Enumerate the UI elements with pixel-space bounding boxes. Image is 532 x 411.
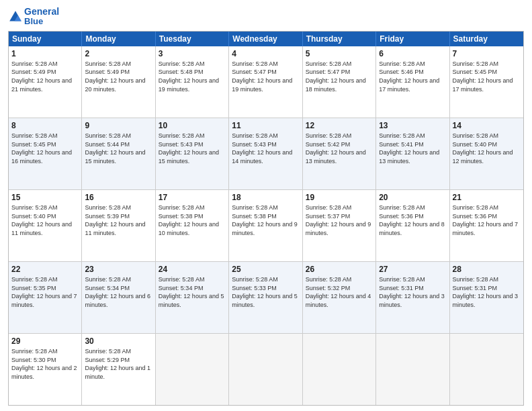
logo-text-block: General Blue [24,7,59,27]
day-info: Sunrise: 5:28 AM Sunset: 5:36 PM Dayligh… [453,203,521,237]
calendar-header-cell: Tuesday [156,32,229,46]
day-info: Sunrise: 5:28 AM Sunset: 5:48 PM Dayligh… [159,60,226,93]
day-number: 26 [306,264,373,275]
day-number: 1 [11,48,79,59]
calendar-cell: 24 Sunrise: 5:28 AM Sunset: 5:34 PM Dayl… [156,262,229,333]
calendar-cell [303,334,376,405]
day-info: Sunrise: 5:28 AM Sunset: 5:45 PM Dayligh… [453,60,521,93]
day-number: 7 [453,48,521,59]
day-info: Sunrise: 5:28 AM Sunset: 5:36 PM Dayligh… [379,203,446,237]
day-number: 21 [453,192,521,203]
day-info: Sunrise: 5:28 AM Sunset: 5:38 PM Dayligh… [159,203,226,237]
calendar-cell: 5 Sunrise: 5:28 AM Sunset: 5:47 PM Dayli… [303,46,376,118]
calendar-header-cell: Thursday [303,32,376,46]
day-number: 3 [159,48,226,59]
calendar-cell: 26 Sunrise: 5:28 AM Sunset: 5:32 PM Dayl… [303,262,376,333]
calendar-cell [156,334,229,405]
day-info: Sunrise: 5:28 AM Sunset: 5:47 PM Dayligh… [232,60,299,93]
calendar-cell: 17 Sunrise: 5:28 AM Sunset: 5:38 PM Dayl… [156,190,229,261]
calendar-cell: 19 Sunrise: 5:28 AM Sunset: 5:37 PM Dayl… [303,190,376,261]
day-number: 27 [379,264,446,275]
day-number: 29 [11,336,79,347]
day-info: Sunrise: 5:28 AM Sunset: 5:38 PM Dayligh… [232,203,299,237]
day-info: Sunrise: 5:28 AM Sunset: 5:40 PM Dayligh… [11,203,79,237]
day-number: 13 [379,120,446,131]
calendar-header-cell: Sunday [9,32,82,46]
day-info: Sunrise: 5:28 AM Sunset: 5:31 PM Dayligh… [453,275,521,309]
calendar-cell: 30 Sunrise: 5:28 AM Sunset: 5:29 PM Dayl… [82,334,155,405]
day-info: Sunrise: 5:28 AM Sunset: 5:29 PM Dayligh… [85,347,152,381]
day-number: 2 [85,48,152,59]
calendar-row: 29 Sunrise: 5:28 AM Sunset: 5:30 PM Dayl… [9,334,523,405]
calendar-body: 1 Sunrise: 5:28 AM Sunset: 5:49 PM Dayli… [9,46,523,405]
day-info: Sunrise: 5:28 AM Sunset: 5:43 PM Dayligh… [232,132,299,165]
calendar-cell: 29 Sunrise: 5:28 AM Sunset: 5:30 PM Dayl… [9,334,82,405]
calendar-cell: 13 Sunrise: 5:28 AM Sunset: 5:41 PM Dayl… [376,118,449,189]
calendar-cell: 27 Sunrise: 5:28 AM Sunset: 5:31 PM Dayl… [376,262,449,333]
day-number: 20 [379,192,446,203]
day-info: Sunrise: 5:28 AM Sunset: 5:44 PM Dayligh… [85,132,152,165]
calendar-cell: 4 Sunrise: 5:28 AM Sunset: 5:47 PM Dayli… [229,46,302,118]
day-number: 11 [232,120,299,131]
day-number: 12 [306,120,373,131]
calendar-header: SundayMondayTuesdayWednesdayThursdayFrid… [9,32,523,46]
calendar-cell: 18 Sunrise: 5:28 AM Sunset: 5:38 PM Dayl… [229,190,302,261]
calendar-cell: 21 Sunrise: 5:28 AM Sunset: 5:36 PM Dayl… [450,190,523,261]
calendar-cell: 28 Sunrise: 5:28 AM Sunset: 5:31 PM Dayl… [450,262,523,333]
calendar-cell: 8 Sunrise: 5:28 AM Sunset: 5:45 PM Dayli… [9,118,82,189]
calendar-cell: 23 Sunrise: 5:28 AM Sunset: 5:34 PM Dayl… [82,262,155,333]
day-number: 25 [232,264,299,275]
calendar-cell: 2 Sunrise: 5:28 AM Sunset: 5:49 PM Dayli… [82,46,155,118]
logo-icon [8,9,23,24]
day-info: Sunrise: 5:28 AM Sunset: 5:34 PM Dayligh… [85,275,152,309]
day-number: 6 [379,48,446,59]
day-info: Sunrise: 5:28 AM Sunset: 5:30 PM Dayligh… [11,347,79,381]
calendar-cell: 22 Sunrise: 5:28 AM Sunset: 5:35 PM Dayl… [9,262,82,333]
calendar-row: 15 Sunrise: 5:28 AM Sunset: 5:40 PM Dayl… [9,190,523,262]
calendar-cell: 20 Sunrise: 5:28 AM Sunset: 5:36 PM Dayl… [376,190,449,261]
day-number: 5 [306,48,373,59]
calendar-cell: 6 Sunrise: 5:28 AM Sunset: 5:46 PM Dayli… [376,46,449,118]
day-number: 4 [232,48,299,59]
day-info: Sunrise: 5:28 AM Sunset: 5:42 PM Dayligh… [306,132,373,165]
calendar-cell [229,334,302,405]
day-info: Sunrise: 5:28 AM Sunset: 5:49 PM Dayligh… [85,60,152,93]
day-info: Sunrise: 5:28 AM Sunset: 5:40 PM Dayligh… [453,132,521,165]
day-number: 19 [306,192,373,203]
calendar-cell: 7 Sunrise: 5:28 AM Sunset: 5:45 PM Dayli… [450,46,523,118]
calendar-cell: 11 Sunrise: 5:28 AM Sunset: 5:43 PM Dayl… [229,118,302,189]
calendar-cell: 15 Sunrise: 5:28 AM Sunset: 5:40 PM Dayl… [9,190,82,261]
day-number: 8 [11,120,79,131]
calendar-cell: 3 Sunrise: 5:28 AM Sunset: 5:48 PM Dayli… [156,46,229,118]
calendar-cell: 1 Sunrise: 5:28 AM Sunset: 5:49 PM Dayli… [9,46,82,118]
calendar-header-cell: Friday [376,32,449,46]
calendar-header-cell: Wednesday [229,32,302,46]
day-number: 10 [159,120,226,131]
calendar-row: 1 Sunrise: 5:28 AM Sunset: 5:49 PM Dayli… [9,46,523,118]
day-number: 23 [85,264,152,275]
day-number: 18 [232,192,299,203]
day-number: 30 [85,336,152,347]
header: General Blue [8,7,524,27]
calendar-cell [376,334,449,405]
calendar-row: 22 Sunrise: 5:28 AM Sunset: 5:35 PM Dayl… [9,262,523,334]
calendar-cell: 10 Sunrise: 5:28 AM Sunset: 5:43 PM Dayl… [156,118,229,189]
day-info: Sunrise: 5:28 AM Sunset: 5:34 PM Dayligh… [159,275,226,309]
page: General Blue SundayMondayTuesdayWednesda… [0,0,532,411]
logo: General Blue [8,7,59,27]
calendar: SundayMondayTuesdayWednesdayThursdayFrid… [8,31,524,406]
day-number: 9 [85,120,152,131]
day-info: Sunrise: 5:28 AM Sunset: 5:43 PM Dayligh… [159,132,226,165]
calendar-cell: 16 Sunrise: 5:28 AM Sunset: 5:39 PM Dayl… [82,190,155,261]
day-info: Sunrise: 5:28 AM Sunset: 5:32 PM Dayligh… [306,275,373,309]
calendar-cell [450,334,523,405]
day-info: Sunrise: 5:28 AM Sunset: 5:47 PM Dayligh… [306,60,373,93]
day-info: Sunrise: 5:28 AM Sunset: 5:37 PM Dayligh… [306,203,373,237]
day-info: Sunrise: 5:28 AM Sunset: 5:46 PM Dayligh… [379,60,446,93]
calendar-cell: 9 Sunrise: 5:28 AM Sunset: 5:44 PM Dayli… [82,118,155,189]
calendar-cell: 14 Sunrise: 5:28 AM Sunset: 5:40 PM Dayl… [450,118,523,189]
day-info: Sunrise: 5:28 AM Sunset: 5:39 PM Dayligh… [85,203,152,237]
calendar-header-cell: Monday [82,32,155,46]
day-number: 22 [11,264,79,275]
day-info: Sunrise: 5:28 AM Sunset: 5:49 PM Dayligh… [11,60,79,93]
